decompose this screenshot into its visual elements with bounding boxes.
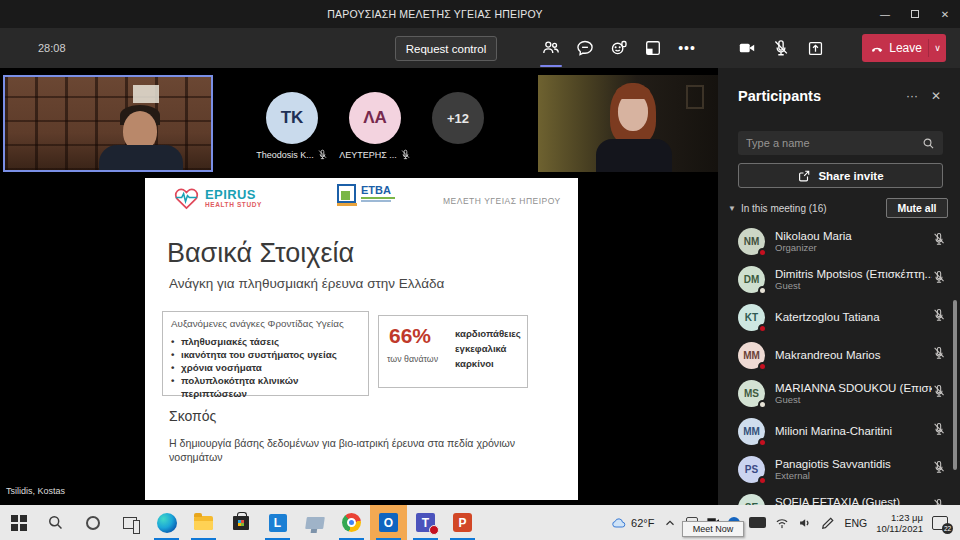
hang-up-icon bbox=[870, 41, 884, 56]
presence-dot bbox=[758, 324, 767, 333]
participant-row[interactable]: DM Dimitris Mpotsios (Επισκέπτη... Guest bbox=[718, 260, 960, 298]
avatar: MS bbox=[738, 380, 765, 407]
video-tile-attendee[interactable] bbox=[538, 75, 718, 172]
participant-row[interactable]: PS Panagiotis Savvantidis External bbox=[718, 450, 960, 488]
weather-widget[interactable]: 62°F bbox=[611, 515, 654, 531]
mic-muted-icon bbox=[932, 232, 946, 246]
leave-label: Leave bbox=[889, 41, 922, 55]
mic-button[interactable] bbox=[764, 31, 798, 65]
slide-subtitle: Ανάγκη για πληθυσμιακή έρευνα στην Ελλάδ… bbox=[169, 276, 444, 291]
participants-panel: Participants ··· ✕ Share invite ▼ In thi… bbox=[718, 68, 960, 505]
outlook-icon bbox=[379, 513, 398, 532]
participant-row[interactable]: KT Katertzoglou Tatiana bbox=[718, 298, 960, 336]
avatar-name-label: ΛΕΥΤΕΡΗΣ ... bbox=[320, 149, 430, 160]
chat-button[interactable] bbox=[568, 31, 602, 65]
cloud-icon bbox=[611, 515, 627, 531]
participant-mic-button[interactable] bbox=[932, 384, 946, 402]
panel-close-button[interactable]: ✕ bbox=[924, 89, 948, 103]
maximize-icon bbox=[911, 10, 919, 18]
etba-tagline-bars bbox=[361, 197, 395, 202]
participant-mic-button[interactable] bbox=[932, 460, 946, 478]
mic-muted-icon bbox=[932, 346, 946, 360]
participant-mic-button[interactable] bbox=[932, 270, 946, 288]
participant-row[interactable]: SE SOFIA EFTAXIA (Guest) Guest bbox=[718, 488, 960, 505]
taskbar-store[interactable] bbox=[222, 505, 259, 540]
search-input[interactable] bbox=[738, 137, 922, 149]
minimize-button[interactable]: — bbox=[870, 0, 900, 28]
participant-mic-button[interactable] bbox=[932, 308, 946, 326]
presence-dot bbox=[758, 248, 767, 257]
section-chevron-icon[interactable]: ▼ bbox=[728, 204, 736, 213]
participant-mic-button[interactable] bbox=[932, 346, 946, 364]
panel-scrollbar[interactable] bbox=[953, 300, 957, 470]
participant-mic-button[interactable] bbox=[932, 422, 946, 440]
temperature-label: 62°F bbox=[631, 517, 654, 529]
overflow-count-circle[interactable]: +12 bbox=[432, 92, 484, 144]
close-button[interactable]: ✕ bbox=[930, 0, 960, 28]
share-invite-button[interactable]: Share invite bbox=[738, 163, 943, 188]
attendee-bangs bbox=[616, 85, 650, 99]
request-control-button[interactable]: Request control bbox=[395, 36, 497, 61]
cortana-button[interactable] bbox=[74, 505, 111, 540]
participant-mic-button[interactable] bbox=[932, 498, 946, 505]
participant-row[interactable]: MM Milioni Marina-Charitini bbox=[718, 412, 960, 450]
breakout-rooms-icon bbox=[644, 39, 662, 57]
chrome-icon bbox=[342, 513, 361, 532]
participant-name: ΛΕΥΤΕΡΗΣ ... bbox=[339, 150, 397, 160]
taskbar-edge[interactable] bbox=[148, 505, 185, 540]
video-tile-presenter[interactable] bbox=[3, 75, 213, 172]
taskbar-outlook[interactable] bbox=[370, 505, 407, 540]
show-hidden-icons-button[interactable] bbox=[663, 516, 677, 530]
network-icon[interactable] bbox=[775, 516, 789, 530]
participant-name: Katertzoglou Tatiana bbox=[775, 311, 932, 323]
folder-icon bbox=[194, 516, 213, 530]
touch-keyboard-button[interactable] bbox=[749, 517, 766, 528]
start-button[interactable] bbox=[0, 505, 37, 540]
taskbar-teams[interactable] bbox=[407, 505, 444, 540]
taskbar-file-explorer[interactable] bbox=[185, 505, 222, 540]
clock[interactable]: 1:23 μμ 10/11/2021 bbox=[876, 512, 923, 534]
notification-count: 22 bbox=[942, 523, 953, 534]
taskbar-chrome[interactable] bbox=[333, 505, 370, 540]
camera-button[interactable] bbox=[730, 31, 764, 65]
more-actions-button[interactable]: ••• bbox=[670, 31, 704, 65]
participant-mic-button[interactable] bbox=[932, 232, 946, 250]
mute-all-button[interactable]: Mute all bbox=[886, 198, 948, 218]
leave-dropdown[interactable]: ∨ bbox=[929, 43, 946, 53]
pen-icon[interactable] bbox=[821, 516, 835, 530]
task-view-button[interactable] bbox=[111, 505, 148, 540]
taskbar-l-app[interactable] bbox=[259, 505, 296, 540]
avatar-circle[interactable]: ΛΑ bbox=[349, 92, 401, 144]
participant-row[interactable]: NM Nikolaou Maria Organizer bbox=[718, 222, 960, 260]
etba-wordmark: ETBA bbox=[361, 184, 395, 196]
participants-button[interactable] bbox=[534, 31, 568, 65]
taskbar-powerpoint[interactable] bbox=[444, 505, 481, 540]
avatar-circle[interactable]: TK bbox=[266, 92, 318, 144]
taskbar-connect[interactable] bbox=[296, 505, 333, 540]
task-view-icon bbox=[123, 517, 137, 529]
window-titlebar: ΠΑΡΟΥΣΙΑΣΗ ΜΕΛΕΤΗΣ ΥΓΕΙΑΣ ΗΠΕΙΡΟΥ — ✕ bbox=[0, 0, 960, 28]
search-icon bbox=[922, 137, 935, 150]
action-center-button[interactable]: 22 bbox=[932, 516, 948, 530]
participant-role: External bbox=[775, 470, 932, 481]
maximize-button[interactable] bbox=[900, 0, 930, 28]
volume-icon[interactable] bbox=[798, 516, 812, 530]
avatar-initials: TK bbox=[281, 108, 304, 128]
leave-button[interactable]: Leave ∨ bbox=[862, 34, 946, 62]
reactions-button[interactable] bbox=[602, 31, 636, 65]
panel-more-button[interactable]: ··· bbox=[900, 89, 924, 103]
search-box[interactable] bbox=[738, 131, 943, 155]
participant-row[interactable]: MS MARIANNA SDOUKOU (Επισκ... Guest bbox=[718, 374, 960, 412]
meeting-toolbar: 28:08 Request control ••• Leave ∨ bbox=[0, 28, 960, 68]
breakout-rooms-button[interactable] bbox=[636, 31, 670, 65]
language-indicator[interactable]: ENG bbox=[844, 517, 867, 529]
share-content-button[interactable] bbox=[798, 31, 832, 65]
purpose-text: Η δημιουργία βάσης δεδομένων για βιο-ιατ… bbox=[169, 436, 539, 464]
participant-name: MARIANNA SDOUKOU (Επισκ... bbox=[775, 382, 932, 394]
avatar: NM bbox=[738, 228, 765, 255]
windows-taskbar: 62°F ENG 1:23 μμ 10/11/2021 22 bbox=[0, 505, 960, 540]
windows-logo-icon bbox=[11, 515, 27, 531]
presence-dot bbox=[758, 362, 767, 371]
taskbar-search-button[interactable] bbox=[37, 505, 74, 540]
participant-row[interactable]: MM Makrandreou Marios bbox=[718, 336, 960, 374]
